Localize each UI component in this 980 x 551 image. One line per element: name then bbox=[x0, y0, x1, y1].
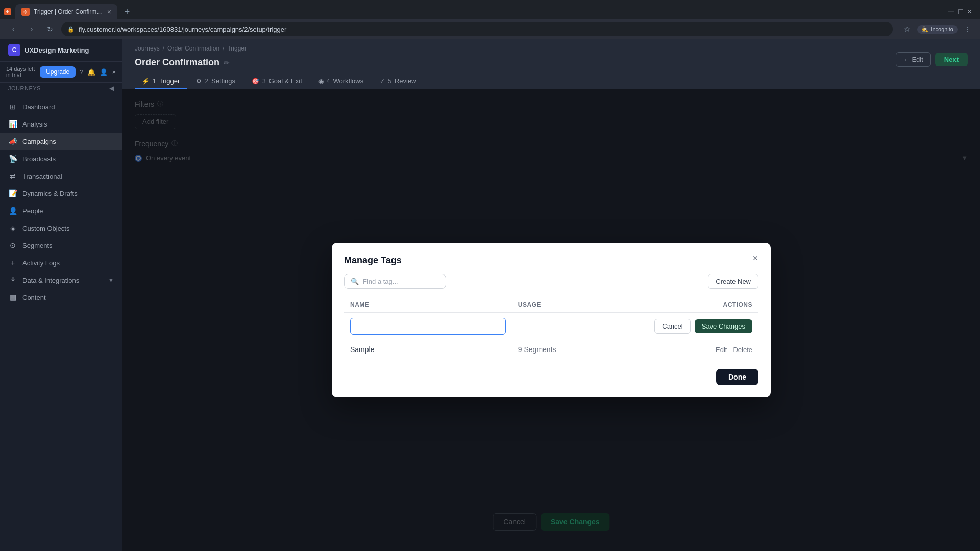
new-tag-name-input[interactable] bbox=[350, 318, 506, 335]
inline-action-buttons: Cancel Save Changes bbox=[595, 319, 752, 334]
breadcrumb-campaign[interactable]: Order Confirmation bbox=[167, 45, 219, 52]
sidebar-collapse-btn[interactable]: ◀ bbox=[109, 85, 114, 92]
trigger-tab-icon: ⚡ bbox=[142, 78, 150, 85]
tag-name-cell: Sample bbox=[344, 340, 512, 359]
create-new-button[interactable]: Create New bbox=[708, 274, 758, 289]
modal-search-row: 🔍 Create New bbox=[344, 274, 758, 289]
name-column-header: NAME bbox=[344, 297, 512, 313]
next-button[interactable]: Next bbox=[935, 53, 968, 66]
minimize-button[interactable]: ─ bbox=[948, 7, 954, 16]
sidebar-item-custom-objects[interactable]: ◈ Custom Objects bbox=[0, 219, 122, 237]
notifications-icon[interactable]: 🔔 bbox=[87, 68, 95, 76]
analysis-icon: 📊 bbox=[8, 119, 17, 129]
back-nav-button[interactable]: ‹ bbox=[6, 22, 20, 36]
expand-icon: ▼ bbox=[108, 277, 114, 283]
sidebar-collapse-icon[interactable]: × bbox=[112, 68, 116, 76]
back-button[interactable]: ← Edit bbox=[896, 52, 931, 67]
tab-settings[interactable]: ⚙ 2 Settings bbox=[189, 74, 242, 89]
sidebar-item-dashboard[interactable]: ⊞ Dashboard bbox=[0, 98, 122, 115]
tag-search-input[interactable] bbox=[363, 278, 439, 285]
inline-edit-actions-cell: Cancel Save Changes bbox=[589, 313, 758, 340]
sidebar-item-campaigns[interactable]: 📣 Campaigns bbox=[0, 133, 122, 150]
tab-favicon: ✈ bbox=[21, 8, 30, 16]
sidebar-item-transactional[interactable]: ⇄ Transactional bbox=[0, 167, 122, 185]
browser-menu-button[interactable]: ⋮ bbox=[962, 23, 974, 35]
tag-usage-cell: 9 Segments bbox=[512, 340, 590, 359]
sidebar-item-people[interactable]: 👤 People bbox=[0, 202, 122, 219]
sidebar-item-label: People bbox=[22, 207, 43, 215]
tag-delete-button[interactable]: Delete bbox=[733, 346, 752, 354]
address-bar[interactable]: 🔒 fly.customer.io/workspaces/160831/jour… bbox=[61, 22, 893, 36]
modal-footer: Done bbox=[344, 369, 758, 385]
table-row: Sample 9 Segments Edit Delete bbox=[344, 340, 758, 359]
tab-goal-exit[interactable]: 🎯 3 Goal & Exit bbox=[244, 74, 309, 89]
reload-button[interactable]: ↻ bbox=[43, 22, 57, 36]
tab-trigger[interactable]: ⚡ 1 Trigger bbox=[135, 74, 187, 89]
sidebar-item-dynamics[interactable]: 📝 Dynamics & Drafts bbox=[0, 185, 122, 202]
done-button[interactable]: Done bbox=[716, 369, 758, 385]
sidebar-item-label: Transactional bbox=[22, 172, 62, 180]
browser-nav-bar: ‹ › ↻ 🔒 fly.customer.io/workspaces/16083… bbox=[0, 19, 980, 39]
app-top-bar: C UXDesign Marketing bbox=[0, 39, 122, 62]
segments-icon: ⊙ bbox=[8, 241, 17, 250]
tag-edit-button[interactable]: Edit bbox=[716, 346, 727, 354]
settings-tab-icon: ⚙ bbox=[196, 78, 202, 85]
sidebar-item-label: Analysis bbox=[22, 120, 47, 128]
breadcrumb-journeys[interactable]: Journeys bbox=[135, 45, 160, 52]
cancel-inline-button[interactable]: Cancel bbox=[654, 319, 690, 334]
forward-nav-button[interactable]: › bbox=[24, 22, 39, 36]
user-avatar[interactable]: 👤 bbox=[100, 68, 108, 76]
sidebar-item-label: Dashboard bbox=[22, 103, 55, 111]
bookmark-button[interactable]: ☆ bbox=[901, 23, 913, 35]
browser-tabs: ✈ ✈ Trigger | Order Confirmation | C × +… bbox=[0, 0, 980, 19]
active-browser-tab[interactable]: ✈ Trigger | Order Confirmation | C × bbox=[15, 4, 117, 19]
sidebar-item-label: Data & Integrations bbox=[22, 277, 79, 284]
data-integrations-icon: 🗄 bbox=[8, 276, 17, 285]
save-inline-button[interactable]: Save Changes bbox=[695, 319, 752, 333]
campaign-edit-icon[interactable]: ✏ bbox=[224, 59, 230, 67]
usage-column-header: USAGE bbox=[512, 297, 590, 313]
tab-workflows[interactable]: ◉ 4 Workflows bbox=[311, 74, 371, 89]
inline-edit-cell bbox=[344, 313, 512, 340]
actions-column-header: ACTIONS bbox=[589, 297, 758, 313]
tags-table-header: NAME USAGE ACTIONS bbox=[344, 297, 758, 313]
breadcrumb: Journeys / Order Confirmation / Trigger bbox=[135, 45, 247, 52]
breadcrumb-separator: / bbox=[163, 45, 164, 52]
tab-review[interactable]: ✓ 5 Review bbox=[373, 74, 423, 89]
tag-search-box[interactable]: 🔍 bbox=[344, 274, 446, 289]
sidebar-item-data-integrations[interactable]: 🗄 Data & Integrations ▼ bbox=[0, 271, 122, 289]
content-header: Journeys / Order Confirmation / Trigger … bbox=[122, 39, 980, 89]
search-icon: 🔍 bbox=[351, 278, 359, 285]
modal-close-button[interactable]: × bbox=[748, 251, 763, 265]
need-help-icon[interactable]: ? bbox=[80, 68, 83, 76]
new-tab-button[interactable]: + bbox=[119, 4, 135, 19]
browser-nav-right: ☆ 🕵 Incognito ⋮ bbox=[901, 23, 974, 35]
activity-logs-icon: + bbox=[8, 258, 17, 267]
window-close-button[interactable]: × bbox=[967, 7, 972, 16]
breadcrumb-current: Trigger bbox=[227, 45, 247, 52]
sidebar-item-label: Dynamics & Drafts bbox=[22, 190, 78, 197]
workflows-tab-icon: ◉ bbox=[318, 78, 324, 85]
tab-workflows-label: Workflows bbox=[333, 77, 363, 85]
tag-action-buttons: Edit Delete bbox=[595, 346, 752, 354]
sidebar-item-analysis[interactable]: 📊 Analysis bbox=[0, 115, 122, 133]
content-icon: ▤ bbox=[8, 293, 17, 302]
tag-usage: 9 Segments bbox=[518, 345, 556, 354]
sidebar-section-label: Journeys bbox=[8, 85, 41, 91]
sidebar-item-broadcasts[interactable]: 📡 Broadcasts bbox=[0, 150, 122, 167]
upgrade-button[interactable]: Upgrade bbox=[40, 66, 76, 78]
workflow-tabs: ⚡ 1 Trigger ⚙ 2 Settings 🎯 3 Goal & Exit… bbox=[135, 74, 968, 89]
tags-table-body: Cancel Save Changes Sample bbox=[344, 313, 758, 359]
tab-close-button[interactable]: × bbox=[107, 8, 111, 16]
sidebar-item-segments[interactable]: ⊙ Segments bbox=[0, 237, 122, 254]
app-favicon: ✈ bbox=[4, 8, 11, 15]
sidebar-item-content[interactable]: ▤ Content bbox=[0, 289, 122, 306]
url-text: fly.customer.io/workspaces/160831/journe… bbox=[79, 26, 286, 33]
app-logo: C bbox=[8, 44, 20, 56]
sidebar-item-activity-logs[interactable]: + Activity Logs bbox=[0, 254, 122, 271]
app-container: C UXDesign Marketing 14 days left in tri… bbox=[0, 39, 980, 551]
sidebar-item-label: Segments bbox=[22, 242, 53, 249]
maximize-button[interactable]: □ bbox=[958, 7, 963, 16]
campaign-title-row: Order Confirmation ✏ bbox=[135, 57, 247, 68]
sidebar-section-header: Journeys ◀ bbox=[0, 83, 122, 94]
